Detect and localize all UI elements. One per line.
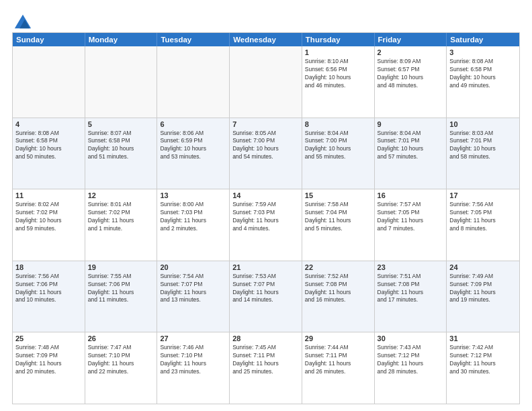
day-info: Sunrise: 7:45 AM Sunset: 7:11 PM Dayligh… <box>232 344 299 376</box>
day-number: 6 <box>160 120 226 128</box>
day-info: Sunrise: 7:56 AM Sunset: 7:06 PM Dayligh… <box>15 273 82 305</box>
empty-cell <box>85 46 158 118</box>
day-cell: 28Sunrise: 7:45 AM Sunset: 7:11 PM Dayli… <box>230 332 302 404</box>
weekday-header: Friday <box>375 33 447 46</box>
day-cell: 8Sunrise: 8:04 AM Sunset: 7:00 PM Daylig… <box>302 118 375 189</box>
calendar-header: SundayMondayTuesdayWednesdayThursdayFrid… <box>13 33 519 46</box>
page: SundayMondayTuesdayWednesdayThursdayFrid… <box>0 0 532 411</box>
calendar: SundayMondayTuesdayWednesdayThursdayFrid… <box>12 32 520 404</box>
day-cell: 5Sunrise: 8:07 AM Sunset: 6:58 PM Daylig… <box>85 118 158 189</box>
day-cell: 9Sunrise: 8:04 AM Sunset: 7:01 PM Daylig… <box>375 118 447 189</box>
day-number: 17 <box>449 191 517 199</box>
day-number: 16 <box>378 191 444 199</box>
day-number: 27 <box>160 334 226 342</box>
day-number: 19 <box>88 263 154 271</box>
day-cell: 15Sunrise: 7:58 AM Sunset: 7:04 PM Dayli… <box>302 189 375 261</box>
day-number: 20 <box>160 263 226 271</box>
day-cell: 29Sunrise: 7:44 AM Sunset: 7:11 PM Dayli… <box>302 332 375 404</box>
day-cell: 24Sunrise: 7:49 AM Sunset: 7:09 PM Dayli… <box>447 261 519 332</box>
day-info: Sunrise: 7:52 AM Sunset: 7:08 PM Dayligh… <box>305 273 371 305</box>
day-number: 14 <box>232 191 299 199</box>
day-cell: 23Sunrise: 7:51 AM Sunset: 7:08 PM Dayli… <box>375 261 447 332</box>
day-cell: 4Sunrise: 8:08 AM Sunset: 6:58 PM Daylig… <box>13 118 85 189</box>
day-info: Sunrise: 8:07 AM Sunset: 6:58 PM Dayligh… <box>88 130 154 162</box>
day-info: Sunrise: 8:08 AM Sunset: 6:58 PM Dayligh… <box>449 58 517 90</box>
weekday-header: Thursday <box>302 33 375 46</box>
day-number: 10 <box>449 120 517 128</box>
day-cell: 18Sunrise: 7:56 AM Sunset: 7:06 PM Dayli… <box>13 261 85 332</box>
day-cell: 6Sunrise: 8:06 AM Sunset: 6:59 PM Daylig… <box>157 118 230 189</box>
day-number: 3 <box>449 48 517 56</box>
day-info: Sunrise: 7:46 AM Sunset: 7:10 PM Dayligh… <box>160 344 226 376</box>
calendar-row: 1Sunrise: 8:10 AM Sunset: 6:56 PM Daylig… <box>13 46 519 118</box>
day-cell: 26Sunrise: 7:47 AM Sunset: 7:10 PM Dayli… <box>85 332 158 404</box>
day-info: Sunrise: 8:00 AM Sunset: 7:03 PM Dayligh… <box>160 201 226 233</box>
day-cell: 17Sunrise: 7:56 AM Sunset: 7:05 PM Dayli… <box>447 189 519 261</box>
calendar-row: 18Sunrise: 7:56 AM Sunset: 7:06 PM Dayli… <box>13 261 519 333</box>
day-number: 30 <box>378 334 444 342</box>
day-info: Sunrise: 7:59 AM Sunset: 7:03 PM Dayligh… <box>232 201 299 233</box>
day-number: 22 <box>305 263 371 271</box>
day-number: 12 <box>88 191 154 199</box>
day-cell: 2Sunrise: 8:09 AM Sunset: 6:57 PM Daylig… <box>375 46 447 118</box>
day-cell: 30Sunrise: 7:43 AM Sunset: 7:12 PM Dayli… <box>375 332 447 404</box>
day-info: Sunrise: 8:08 AM Sunset: 6:58 PM Dayligh… <box>15 130 82 162</box>
day-info: Sunrise: 8:04 AM Sunset: 7:00 PM Dayligh… <box>305 130 371 162</box>
day-cell: 3Sunrise: 8:08 AM Sunset: 6:58 PM Daylig… <box>447 46 519 118</box>
day-number: 11 <box>15 191 82 199</box>
day-info: Sunrise: 8:02 AM Sunset: 7:02 PM Dayligh… <box>15 201 82 233</box>
day-number: 15 <box>305 191 371 199</box>
day-number: 4 <box>15 120 82 128</box>
calendar-row: 4Sunrise: 8:08 AM Sunset: 6:58 PM Daylig… <box>13 118 519 190</box>
day-cell: 11Sunrise: 8:02 AM Sunset: 7:02 PM Dayli… <box>13 189 85 261</box>
day-number: 18 <box>15 263 82 271</box>
calendar-body: 1Sunrise: 8:10 AM Sunset: 6:56 PM Daylig… <box>13 46 519 404</box>
day-cell: 1Sunrise: 8:10 AM Sunset: 6:56 PM Daylig… <box>302 46 375 118</box>
calendar-row: 25Sunrise: 7:48 AM Sunset: 7:09 PM Dayli… <box>13 332 519 404</box>
day-info: Sunrise: 7:43 AM Sunset: 7:12 PM Dayligh… <box>378 344 444 376</box>
day-info: Sunrise: 8:04 AM Sunset: 7:01 PM Dayligh… <box>378 130 444 162</box>
day-info: Sunrise: 7:55 AM Sunset: 7:06 PM Dayligh… <box>88 273 154 305</box>
empty-cell <box>157 46 230 118</box>
day-cell: 19Sunrise: 7:55 AM Sunset: 7:06 PM Dayli… <box>85 261 158 332</box>
day-info: Sunrise: 7:54 AM Sunset: 7:07 PM Dayligh… <box>160 273 226 305</box>
day-cell: 25Sunrise: 7:48 AM Sunset: 7:09 PM Dayli… <box>13 332 85 404</box>
logo-icon <box>13 12 32 31</box>
header <box>12 12 520 26</box>
day-info: Sunrise: 7:56 AM Sunset: 7:05 PM Dayligh… <box>449 201 517 233</box>
day-number: 29 <box>305 334 371 342</box>
weekday-header: Saturday <box>447 33 519 46</box>
day-cell: 13Sunrise: 8:00 AM Sunset: 7:03 PM Dayli… <box>157 189 230 261</box>
weekday-header: Wednesday <box>230 33 302 46</box>
day-info: Sunrise: 8:06 AM Sunset: 6:59 PM Dayligh… <box>160 130 226 162</box>
day-cell: 31Sunrise: 7:42 AM Sunset: 7:12 PM Dayli… <box>447 332 519 404</box>
day-number: 24 <box>449 263 517 271</box>
day-number: 23 <box>378 263 444 271</box>
day-number: 1 <box>305 48 371 56</box>
day-number: 28 <box>232 334 299 342</box>
empty-cell <box>230 46 302 118</box>
day-cell: 16Sunrise: 7:57 AM Sunset: 7:05 PM Dayli… <box>375 189 447 261</box>
empty-cell <box>13 46 85 118</box>
day-cell: 14Sunrise: 7:59 AM Sunset: 7:03 PM Dayli… <box>230 189 302 261</box>
day-info: Sunrise: 7:48 AM Sunset: 7:09 PM Dayligh… <box>15 344 82 376</box>
weekday-header: Monday <box>85 33 158 46</box>
day-cell: 20Sunrise: 7:54 AM Sunset: 7:07 PM Dayli… <box>157 261 230 332</box>
day-number: 13 <box>160 191 226 199</box>
day-info: Sunrise: 8:10 AM Sunset: 6:56 PM Dayligh… <box>305 58 371 90</box>
day-info: Sunrise: 8:05 AM Sunset: 7:00 PM Dayligh… <box>232 130 299 162</box>
day-number: 21 <box>232 263 299 271</box>
weekday-header: Sunday <box>13 33 85 46</box>
logo <box>12 12 32 26</box>
calendar-row: 11Sunrise: 8:02 AM Sunset: 7:02 PM Dayli… <box>13 189 519 261</box>
day-number: 2 <box>378 48 444 56</box>
day-info: Sunrise: 7:53 AM Sunset: 7:07 PM Dayligh… <box>232 273 299 305</box>
day-info: Sunrise: 7:49 AM Sunset: 7:09 PM Dayligh… <box>449 273 517 305</box>
day-info: Sunrise: 7:42 AM Sunset: 7:12 PM Dayligh… <box>449 344 517 376</box>
day-number: 26 <box>88 334 154 342</box>
day-info: Sunrise: 8:01 AM Sunset: 7:02 PM Dayligh… <box>88 201 154 233</box>
day-info: Sunrise: 7:58 AM Sunset: 7:04 PM Dayligh… <box>305 201 371 233</box>
day-number: 25 <box>15 334 82 342</box>
day-cell: 22Sunrise: 7:52 AM Sunset: 7:08 PM Dayli… <box>302 261 375 332</box>
day-number: 8 <box>305 120 371 128</box>
